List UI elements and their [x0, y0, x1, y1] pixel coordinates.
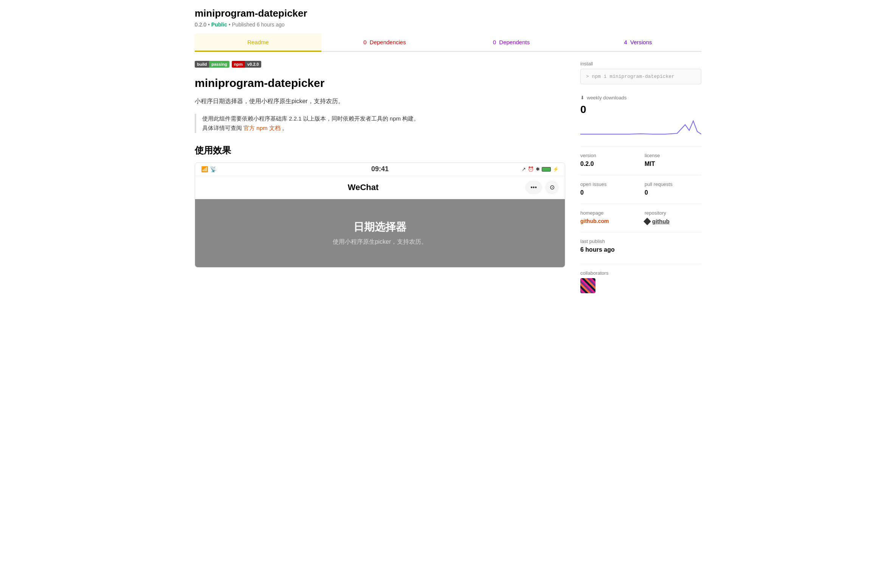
phone-left-status: 📶 📡 [201, 166, 217, 173]
phone-mockup: 📶 📡 09:41 ↗ ⏰ ✱ ⚡ WeChat [195, 162, 565, 268]
issues-pr-row: open issues 0 pull requests 0 [580, 181, 701, 196]
collaborators-section: collaborators [580, 270, 701, 294]
collaborator-avatar[interactable] [580, 278, 595, 293]
open-issues-value: 0 [580, 189, 637, 196]
tab-dependents-label: Dependents [499, 39, 530, 45]
usage-heading: 使用效果 [195, 144, 565, 156]
homepage-link[interactable]: github.com [580, 218, 609, 224]
readme-description: 小程序日期选择器，使用小程序原生picker，支持农历。 [195, 96, 565, 106]
tab-bar: Readme 0 Dependencies 0 Dependents 4 Ver… [195, 34, 701, 52]
publish-time: Published 6 hours ago [232, 22, 285, 28]
tab-dependencies[interactable]: 0 Dependencies [321, 34, 448, 52]
visibility-badge: Public [211, 22, 227, 28]
phone-nav-title: WeChat [201, 183, 525, 192]
downloads-count: 0 [580, 104, 701, 116]
signal-icon: 📶 [201, 166, 208, 173]
last-publish-label: last publish [580, 238, 701, 244]
divider-2 [580, 175, 701, 175]
collaborators-list [580, 278, 701, 294]
repository-label: repository [645, 210, 701, 216]
charging-icon: ⚡ [553, 166, 559, 172]
tab-versions-label: Versions [630, 39, 652, 45]
last-publish-section: last publish 6 hours ago [580, 238, 701, 253]
version-license-row: version 0.2.0 license MIT [580, 153, 701, 167]
pull-requests-label: pull requests [645, 181, 701, 187]
downloads-label: ⬇ weekly downloads [580, 95, 701, 101]
npm-badge-value: v0.2.0 [245, 61, 261, 68]
blockquote-link[interactable]: 官方 npm 文档 [243, 125, 281, 131]
repository-value: github [652, 218, 670, 224]
tab-readme[interactable]: Readme [195, 34, 321, 52]
version-value: 0.2.0 [580, 161, 637, 167]
wifi-icon: 📡 [210, 166, 217, 173]
install-section: install > npm i miniprogram-datepicker [580, 61, 701, 84]
tab-versions-count: 4 [624, 39, 627, 45]
phone-status-bar: 📶 📡 09:41 ↗ ⏰ ✱ ⚡ [195, 163, 565, 176]
open-issues-label: open issues [580, 181, 637, 187]
readme-title: miniprogram-datepicker [195, 77, 565, 90]
alarm-icon: ⏰ [528, 166, 534, 172]
version-section: version 0.2.0 [580, 153, 637, 167]
repository-section: repository github [645, 210, 701, 224]
bluetooth-icon: ✱ [536, 166, 540, 172]
pull-requests-section: pull requests 0 [645, 181, 701, 196]
downloads-label-text: weekly downloads [587, 95, 627, 101]
downloads-section: ⬇ weekly downloads 0 [580, 95, 701, 137]
divider-5 [580, 264, 701, 264]
build-badge-value: passing [209, 61, 229, 68]
package-title: miniprogram-datepicker [195, 8, 701, 19]
open-issues-section: open issues 0 [580, 181, 637, 196]
license-value: MIT [645, 161, 701, 167]
homepage-repo-row: homepage github.com repository github [580, 210, 701, 224]
tab-dependents[interactable]: 0 Dependents [448, 34, 575, 52]
location-icon: ↗ [522, 166, 526, 172]
diamond-icon [643, 218, 651, 225]
tab-versions[interactable]: 4 Versions [575, 34, 701, 52]
tab-dependencies-label: Dependencies [370, 39, 406, 45]
readme-content: build passing npm v0.2.0 miniprogram-dat… [195, 61, 565, 305]
pull-requests-value: 0 [645, 189, 701, 196]
homepage-section: homepage github.com [580, 210, 637, 224]
tab-dependents-count: 0 [493, 39, 496, 45]
blockquote-line2-suffix: 。 [282, 125, 288, 131]
divider-4 [580, 232, 701, 232]
download-icon: ⬇ [580, 95, 584, 101]
phone-content: 日期选择器 使用小程序原生picker，支持农历。 [195, 199, 565, 267]
downloads-chart [580, 117, 701, 136]
phone-nav-right: ••• ⊙ [525, 181, 559, 194]
tab-dependencies-count: 0 [363, 39, 366, 45]
divider-3 [580, 204, 701, 204]
tab-readme-label: Readme [247, 39, 269, 45]
collaborators-label: collaborators [580, 270, 701, 276]
phone-content-subtitle: 使用小程序原生picker，支持农历。 [333, 238, 428, 246]
license-label: license [645, 153, 701, 158]
blockquote-line2-prefix: 具体详情可查阅 [202, 125, 242, 131]
package-version: 0.2.0 [195, 22, 206, 28]
version-label: version [580, 153, 637, 158]
install-command-text: > npm i miniprogram-datepicker [586, 74, 674, 79]
install-label: install [580, 61, 701, 67]
phone-time: 09:41 [371, 165, 389, 173]
phone-right-status: ↗ ⏰ ✱ ⚡ [522, 166, 559, 172]
package-header: miniprogram-datepicker 0.2.0 • Public • … [195, 8, 701, 28]
npm-badge-label: npm [232, 61, 245, 68]
blockquote-line1: 使用此组件需要依赖小程序基础库 2.2.1 以上版本，同时依赖开发者工具的 np… [202, 115, 419, 122]
phone-content-title: 日期选择器 [353, 220, 406, 234]
sidebar: install > npm i miniprogram-datepicker ⬇… [580, 61, 701, 305]
phone-nav-dots-button[interactable]: ••• [525, 181, 542, 194]
homepage-label: homepage [580, 210, 637, 216]
last-publish-value: 6 hours ago [580, 246, 701, 253]
phone-nav-bar: WeChat ••• ⊙ [195, 176, 565, 199]
package-meta: 0.2.0 • Public • Published 6 hours ago [195, 22, 701, 28]
phone-nav-record-button[interactable]: ⊙ [545, 181, 559, 194]
battery-icon [542, 167, 551, 172]
license-section: license MIT [645, 153, 701, 167]
badge-row: build passing npm v0.2.0 [195, 61, 565, 68]
install-command-box[interactable]: > npm i miniprogram-datepicker [580, 69, 701, 84]
readme-blockquote: 使用此组件需要依赖小程序基础库 2.2.1 以上版本，同时依赖开发者工具的 np… [195, 114, 565, 133]
repository-link[interactable]: github [645, 218, 701, 224]
divider-1 [580, 146, 701, 147]
build-badge-label: build [195, 61, 209, 68]
